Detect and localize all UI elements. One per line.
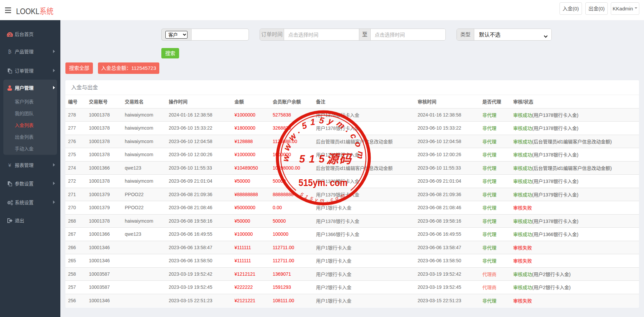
svg-text:源码: 源码 (326, 152, 352, 166)
svg-text:515: 515 (299, 153, 329, 165)
svg-text:515ym. com: 515ym. com (299, 177, 347, 188)
